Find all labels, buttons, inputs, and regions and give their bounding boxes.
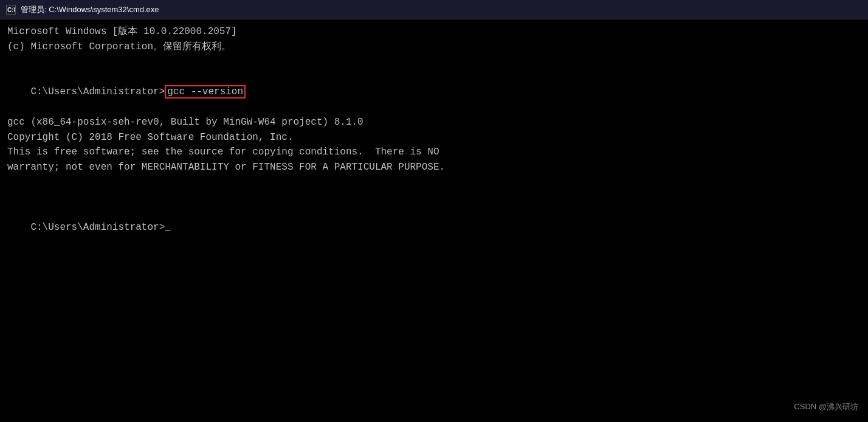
watermark: CSDN @沸兴研坊 [794, 401, 858, 412]
terminal-line-6: Copyright (C) 2018 Free Software Foundat… [7, 130, 861, 145]
terminal-line-11: C:\Users\Administrator>_ [7, 206, 861, 251]
terminal-line-1: Microsoft Windows [版本 10.0.22000.2057] [7, 24, 861, 40]
title-bar: C:\ 管理员: C:\Windows\system32\cmd.exe [0, 0, 868, 19]
terminal-line-empty-1 [7, 55, 861, 70]
svg-text:C:\: C:\ [7, 7, 15, 13]
terminal-line-2: (c) Microsoft Corporation。保留所有权利。 [7, 40, 861, 55]
terminal-body: Microsoft Windows [版本 10.0.22000.2057] (… [0, 19, 868, 422]
terminal-line-5: gcc (x86_64-posix-seh-rev0, Built by Min… [7, 115, 861, 130]
cursor: _ [165, 222, 171, 233]
title-bar-text: 管理员: C:\Windows\system32\cmd.exe [21, 4, 159, 15]
terminal-line-empty-3 [7, 190, 861, 206]
prompt-1: C:\Users\Administrator> [30, 86, 165, 97]
cmd-icon: C:\ [6, 5, 16, 15]
prompt-2: C:\Users\Administrator> [30, 222, 165, 233]
terminal-line-8: warranty; not even for MERCHANTABILITY o… [7, 160, 861, 175]
terminal-line-4: C:\Users\Administrator>gcc --version [7, 69, 861, 114]
terminal-line-empty-2 [7, 175, 861, 190]
command-highlight: gcc --version [165, 85, 246, 99]
terminal-line-7: This is free software; see the source fo… [7, 145, 861, 160]
